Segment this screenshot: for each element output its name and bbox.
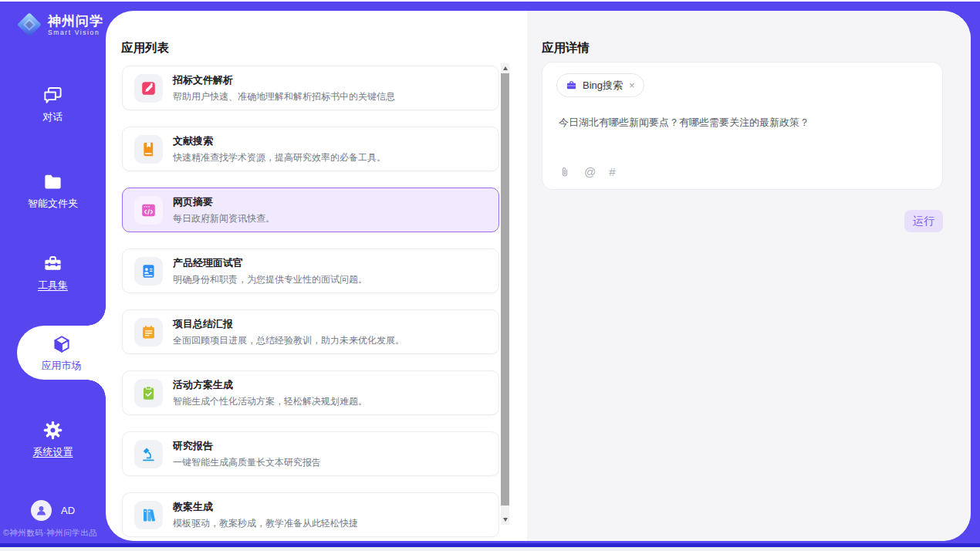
app-card-title: 网页摘要 <box>173 195 275 209</box>
sidebar-item-label: 系统设置 <box>33 445 73 459</box>
list-scrollbar[interactable] <box>501 63 509 525</box>
app-card-desc: 快速精准查找学术资源，提高研究效率的必备工具。 <box>173 151 386 164</box>
book-icon <box>134 135 163 164</box>
sidebar-item-label: 应用市场 <box>42 359 82 373</box>
resume-person-icon <box>134 257 163 286</box>
sidebar-item-smart-folder[interactable]: 智能文件夹 <box>0 171 106 211</box>
scrollbar-thumb[interactable] <box>501 73 509 505</box>
gear-icon <box>42 420 63 441</box>
main-content-card: 应用列表 招标文件解析帮助用户快速、准确地理解和解析招标书中的关键信息 文献搜索… <box>106 11 971 541</box>
diamond-logo-icon <box>15 11 43 39</box>
app-list-title: 应用列表 <box>121 40 169 56</box>
brand-logo: 神州问学 Smart Vision <box>15 11 103 39</box>
folder-icon <box>42 171 63 192</box>
app-card-title: 研究报告 <box>173 439 321 453</box>
app-card-desc: 一键智能生成高质量长文本研究报告 <box>173 456 321 469</box>
person-icon <box>35 504 48 517</box>
briefcase-icon <box>566 79 577 91</box>
scroll-up-button[interactable] <box>501 63 509 73</box>
sidebar-item-app-market[interactable]: 应用市场 <box>17 326 106 380</box>
app-card-title: 活动方案生成 <box>173 378 367 392</box>
app-list-panel: 应用列表 招标文件解析帮助用户快速、准确地理解和解析招标书中的关键信息 文献搜索… <box>106 11 527 541</box>
app-card[interactable]: 项目总结汇报全面回顾项目进展，总结经验教训，助力未来优化发展。 <box>122 309 499 354</box>
query-input[interactable]: 今日湖北有哪些新闻要点？有哪些需要关注的最新政策？ <box>559 116 928 130</box>
app-card-title: 文献搜索 <box>173 134 386 148</box>
app-card[interactable]: 网页摘要每日政府新闻资讯快查。 <box>122 188 499 232</box>
app-card-desc: 模板驱动，教案秒成，教学准备从此轻松快捷 <box>173 517 358 530</box>
app-window: 神州问学 Smart Vision 对话 智能文件夹 <box>0 0 980 551</box>
books-icon <box>134 501 163 529</box>
brand-name: 神州问学 <box>48 14 103 29</box>
app-card-title: 产品经理面试官 <box>173 256 367 270</box>
at-icon[interactable]: @ <box>584 166 596 178</box>
edit-doc-icon <box>134 74 163 103</box>
app-card[interactable]: 活动方案生成智能生成个性化活动方案，轻松解决规划难题。 <box>122 370 499 415</box>
app-card-desc: 帮助用户快速、准确地理解和解析招标书中的关键信息 <box>173 90 395 103</box>
app-card[interactable]: 研究报告一键智能生成高质量长文本研究报告 <box>122 431 499 476</box>
app-card-desc: 明确身份和职责，为您提供专业性的面试问题。 <box>173 273 367 286</box>
clipboard-check-icon <box>134 379 163 407</box>
app-detail-panel: 应用详情 Bing搜索 × 今日湖北有哪些新闻要点？有哪些需要关注的最新政策？ <box>527 11 971 541</box>
app-card[interactable]: 产品经理面试官明确身份和职责，为您提供专业性的面试问题。 <box>122 248 499 293</box>
microscope-icon <box>134 440 163 468</box>
app-card[interactable]: 教案生成模板驱动，教案秒成，教学准备从此轻松快捷 <box>122 492 499 537</box>
paperclip-icon[interactable] <box>559 166 571 178</box>
cube-icon <box>51 333 73 355</box>
app-card[interactable]: 招标文件解析帮助用户快速、准确地理解和解析招标书中的关键信息 <box>122 66 499 110</box>
app-card-desc: 智能生成个性化活动方案，轻松解决规划难题。 <box>173 395 367 408</box>
app-card-title: 教案生成 <box>173 500 358 514</box>
sidebar-item-label: 工具集 <box>38 279 68 292</box>
app-card[interactable]: 文献搜索快速精准查找学术资源，提高研究效率的必备工具。 <box>122 127 499 171</box>
user-initials: AD <box>61 505 75 516</box>
footer-credit: ©神州数码·神州问学出品 <box>3 528 106 539</box>
triangle-down-icon <box>503 518 508 522</box>
app-card-title: 项目总结汇报 <box>173 317 404 331</box>
app-card-desc: 全面回顾项目进展，总结经验教训，助力未来优化发展。 <box>173 334 404 347</box>
sidebar-item-toolset[interactable]: 工具集 <box>0 253 106 292</box>
sidebar: 神州问学 Smart Vision 对话 智能文件夹 <box>0 2 106 543</box>
hash-icon[interactable]: # <box>609 166 615 178</box>
triangle-up-icon <box>503 66 508 70</box>
app-card-list: 招标文件解析帮助用户快速、准确地理解和解析招标书中的关键信息 文献搜索快速精准查… <box>122 66 499 541</box>
scroll-down-button[interactable] <box>501 515 509 525</box>
user-account[interactable]: AD <box>0 500 106 521</box>
calendar-note-icon <box>134 318 163 346</box>
prompt-card: Bing搜索 × 今日湖北有哪些新闻要点？有哪些需要关注的最新政策？ @ # <box>542 62 943 190</box>
bottom-gray-strip <box>0 547 980 551</box>
sidebar-item-chat[interactable]: 对话 <box>0 85 106 124</box>
scrollbar-track[interactable] <box>501 505 509 515</box>
sidebar-item-label: 对话 <box>43 110 63 124</box>
browser-code-icon <box>134 196 163 225</box>
sidebar-item-label: 智能文件夹 <box>28 197 78 211</box>
close-icon[interactable]: × <box>628 80 636 90</box>
sidebar-item-settings[interactable]: 系统设置 <box>0 420 106 459</box>
attachment-toolbar: @ # <box>559 166 616 178</box>
avatar <box>31 500 52 521</box>
tool-chip-label: Bing搜索 <box>583 79 623 93</box>
app-card-desc: 每日政府新闻资讯快查。 <box>173 212 275 225</box>
run-button[interactable]: 运行 <box>904 210 943 232</box>
chat-icon <box>42 85 63 106</box>
app-card-title: 招标文件解析 <box>173 73 395 87</box>
app-detail-title: 应用详情 <box>542 40 590 56</box>
tool-chip-bing-search[interactable]: Bing搜索 × <box>556 73 644 97</box>
toolbox-icon <box>42 253 63 274</box>
brand-subtitle: Smart Vision <box>48 29 103 36</box>
